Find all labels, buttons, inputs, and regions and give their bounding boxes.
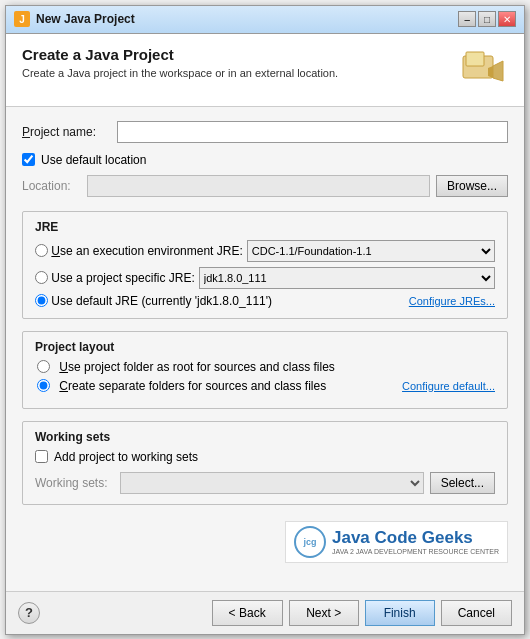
working-sets-select[interactable]: [120, 472, 424, 494]
next-button[interactable]: Next >: [289, 600, 359, 626]
maximize-button[interactable]: □: [478, 11, 496, 27]
dialog-footer: ? < Back Next > Finish Cancel: [6, 591, 524, 634]
dialog-window: J New Java Project ‒ □ ✕ Create a Java P…: [5, 5, 525, 635]
jcg-brand: Java Code Geeks JAVA 2 JAVA DEVELOPMENT …: [332, 528, 499, 555]
brand-subtitle: JAVA 2 JAVA DEVELOPMENT RESOURCE CENTER: [332, 548, 499, 555]
dialog-content: Project name: FirstHibernateProject Use …: [6, 107, 524, 591]
add-working-sets-label: Add project to working sets: [54, 450, 198, 464]
jre-env-select[interactable]: CDC-1.1/Foundation-1.1 JavaSE-1.8: [247, 240, 495, 262]
watermark-area: jcg Java Code Geeks JAVA 2 JAVA DEVELOPM…: [22, 517, 508, 569]
back-button[interactable]: < Back: [212, 600, 283, 626]
use-default-location-row: Use default location: [22, 153, 508, 167]
window-controls: ‒ □ ✕: [458, 11, 516, 27]
configure-jres-link[interactable]: Configure JREs...: [409, 295, 495, 307]
layout-option2-label: Create separate folders for sources and …: [56, 379, 326, 393]
header-text-area: Create a Java Project Create a Java proj…: [22, 46, 338, 79]
window-icon: J: [14, 11, 30, 27]
jre-option1-label: Use an execution environment JRE:: [48, 244, 243, 258]
working-sets-select-label: Working sets:: [35, 476, 120, 490]
close-button[interactable]: ✕: [498, 11, 516, 27]
jre-default-radio[interactable]: [35, 294, 48, 307]
use-default-location-checkbox[interactable]: [22, 153, 35, 166]
add-to-working-sets-row: Add project to working sets: [35, 450, 495, 464]
project-name-label: Project name:: [22, 125, 117, 139]
jre-default-left: Use default JRE (currently 'jdk1.8.0_111…: [35, 294, 272, 308]
working-sets-select-row: Working sets: Select...: [35, 472, 495, 494]
dialog-title: Create a Java Project: [22, 46, 338, 63]
jre-option2-row: Use a project specific JRE: jdk1.8.0_111: [35, 267, 495, 289]
layout-option1-row: Use project folder as root for sources a…: [35, 360, 495, 374]
add-working-sets-checkbox[interactable]: [35, 450, 48, 463]
jre-option3-row: Use default JRE (currently 'jdk1.8.0_111…: [35, 294, 495, 308]
configure-default-link[interactable]: Configure default...: [402, 380, 495, 392]
svg-text:J: J: [19, 14, 25, 25]
jre-option1-row: Use an execution environment JRE: CDC-1.…: [35, 240, 495, 262]
header-icon: [458, 46, 508, 96]
location-input[interactable]: C:\Users\hp\workspace\FirstHibernateProj…: [87, 175, 430, 197]
location-row: Location: C:\Users\hp\workspace\FirstHib…: [22, 175, 508, 197]
svg-rect-3: [466, 52, 484, 66]
jcg-logo: jcg: [294, 526, 326, 558]
footer-left: ?: [18, 602, 40, 624]
working-sets-group: Working sets Add project to working sets…: [22, 421, 508, 505]
use-default-location-label: Use default location: [41, 153, 146, 167]
minimize-button[interactable]: ‒: [458, 11, 476, 27]
layout-separate-radio[interactable]: [37, 379, 50, 392]
jre-option2-label: Use a project specific JRE:: [48, 271, 195, 285]
project-layout-label: Project layout: [35, 340, 495, 354]
layout-option1-label: Use project folder as root for sources a…: [56, 360, 335, 374]
footer-right: < Back Next > Finish Cancel: [212, 600, 512, 626]
finish-button[interactable]: Finish: [365, 600, 435, 626]
brand-name: Java Code Geeks: [332, 528, 499, 548]
project-name-input[interactable]: FirstHibernateProject: [117, 121, 508, 143]
jre-group-label: JRE: [35, 220, 495, 234]
window-title: New Java Project: [36, 12, 458, 26]
working-sets-label: Working sets: [35, 430, 495, 444]
layout-option2-row: Create separate folders for sources and …: [35, 379, 495, 393]
browse-button[interactable]: Browse...: [436, 175, 508, 197]
watermark-box: jcg Java Code Geeks JAVA 2 JAVA DEVELOPM…: [285, 521, 508, 563]
layout-root-radio[interactable]: [37, 360, 50, 373]
location-label: Location:: [22, 179, 87, 193]
title-bar: J New Java Project ‒ □ ✕: [6, 6, 524, 34]
jre-group: JRE Use an execution environment JRE: CD…: [22, 211, 508, 319]
dialog-description: Create a Java project in the workspace o…: [22, 67, 338, 79]
select-working-sets-button[interactable]: Select...: [430, 472, 495, 494]
dialog-header: Create a Java Project Create a Java proj…: [6, 34, 524, 107]
jre-execution-env-radio[interactable]: [35, 244, 48, 257]
project-name-row: Project name: FirstHibernateProject: [22, 121, 508, 143]
help-button[interactable]: ?: [18, 602, 40, 624]
jre-specific-select[interactable]: jdk1.8.0_111: [199, 267, 495, 289]
cancel-button[interactable]: Cancel: [441, 600, 512, 626]
project-layout-group: Project layout Use project folder as roo…: [22, 331, 508, 409]
jre-specific-radio[interactable]: [35, 271, 48, 284]
jre-option3-label: Use default JRE (currently 'jdk1.8.0_111…: [48, 294, 272, 308]
